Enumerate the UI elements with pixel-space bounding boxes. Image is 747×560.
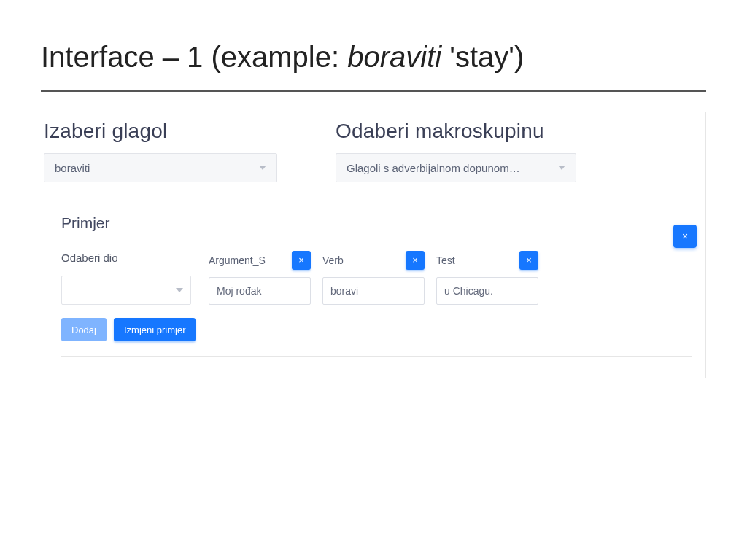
caret-down-icon xyxy=(558,166,565,170)
title-underline xyxy=(41,90,706,92)
piece-input-verb[interactable] xyxy=(322,277,425,305)
part-select[interactable] xyxy=(61,276,191,305)
piece-label: Verb xyxy=(322,254,344,266)
section-divider xyxy=(61,356,692,357)
add-button[interactable]: Dodaj xyxy=(61,318,107,341)
verb-select[interactable]: boraviti xyxy=(44,153,277,182)
app-panel: Izaberi glagol boraviti Odaberi makrosku… xyxy=(41,112,706,378)
edit-example-button[interactable]: Izmjeni primjer xyxy=(114,318,196,341)
piece-input-test[interactable] xyxy=(436,277,538,305)
caret-down-icon xyxy=(176,288,183,292)
caret-down-icon xyxy=(259,166,266,170)
slide-title-post: 'stay') xyxy=(441,41,524,73)
remove-example-button[interactable]: × xyxy=(673,225,697,248)
macro-select-value: Glagoli s adverbijalnom dopunom… xyxy=(347,162,520,174)
example-heading: Primjer xyxy=(61,214,692,232)
verb-select-value: boraviti xyxy=(55,162,90,174)
macro-heading: Odaberi makroskupinu xyxy=(336,120,576,143)
piece-label: Argument_S xyxy=(209,254,266,266)
piece-test: Test × xyxy=(436,251,538,305)
remove-piece-button[interactable]: × xyxy=(292,251,311,270)
verb-heading: Izaberi glagol xyxy=(44,120,277,143)
piece-input-argument-s[interactable] xyxy=(209,277,311,305)
odaberi-dio-label: Odaberi dio xyxy=(61,252,191,264)
macro-select[interactable]: Glagoli s adverbijalnom dopunom… xyxy=(336,153,576,182)
remove-piece-button[interactable]: × xyxy=(519,251,538,270)
piece-verb: Verb × xyxy=(322,251,425,305)
slide-title-pre: Interface – 1 (example: xyxy=(41,41,347,73)
remove-piece-button[interactable]: × xyxy=(406,251,425,270)
slide-title-italic: boraviti xyxy=(347,41,441,73)
piece-label: Test xyxy=(436,254,455,266)
piece-argument-s: Argument_S × xyxy=(209,251,311,305)
slide-title: Interface – 1 (example: boraviti 'stay') xyxy=(41,41,706,74)
